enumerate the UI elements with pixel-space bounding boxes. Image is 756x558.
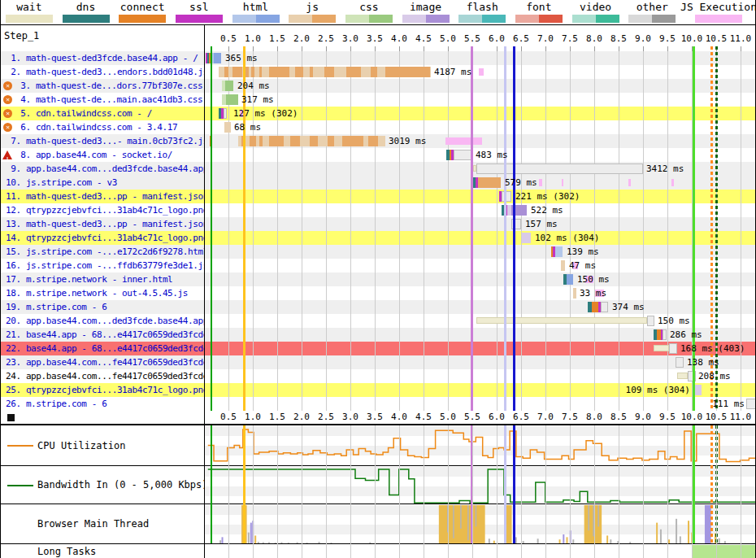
request-bar-segment[interactable] <box>259 136 263 146</box>
request-url-label: 26. m.stripe.com - 6 <box>6 397 106 411</box>
request-bar-segment[interactable] <box>224 122 231 133</box>
request-row[interactable]: ✕ 6. cdn.tailwindcss.com - 3.4.17 <box>1 120 204 134</box>
request-bar-segment[interactable] <box>346 67 361 77</box>
request-duration-label: 365 ms <box>225 51 258 65</box>
request-duration-label: 286 ms <box>670 328 702 342</box>
request-row[interactable]: 1. math-quest-ded3fcde.base44.app - / <box>1 51 204 65</box>
request-bar-segment[interactable] <box>522 233 531 243</box>
request-bar-segment[interactable] <box>328 136 334 146</box>
request-bar-segment[interactable] <box>324 67 334 77</box>
axis-tick-mark <box>326 46 327 51</box>
request-bar-segment[interactable] <box>232 67 242 77</box>
request-row[interactable]: 23. app.base44.com...fe4417c0659ded3fcde <box>1 355 204 369</box>
request-row[interactable]: ✕ 4. math-quest-de...main.aac41db3.css <box>1 93 204 107</box>
request-bar-segment[interactable] <box>476 317 647 324</box>
request-row[interactable]: ✕ 3. math-quest-de...dors.77bf307e.css <box>1 79 204 93</box>
legend-item-label: dns <box>76 2 95 13</box>
request-bar-segment[interactable] <box>371 67 377 77</box>
request-bar-segment[interactable] <box>251 67 254 77</box>
request-row[interactable]: 2. math-quest-ded3...endors.bdd01d48.js <box>1 65 204 79</box>
request-row[interactable]: 11. math-quest-ded3...pp - manifest.json <box>1 190 204 203</box>
request-row[interactable]: 22. base44.app - 68...e4417c0659ded3fcde <box>1 342 204 355</box>
waterfall-row-stripe <box>205 355 756 369</box>
request-row[interactable]: 15. js.stripe.com -...e172c2d6f9278.html <box>1 245 204 259</box>
request-row[interactable]: 21. base44.app - 68...e4417c0659ded3fcde <box>1 328 204 342</box>
request-bar-segment[interactable] <box>478 177 501 188</box>
request-bar-segment[interactable] <box>677 373 688 379</box>
request-row[interactable]: 13. math-quest-ded3...pp - manifest.json <box>1 217 204 231</box>
request-bar-segment[interactable] <box>310 67 313 77</box>
request-bar-segment[interactable] <box>663 329 667 340</box>
request-bar-segment[interactable] <box>676 357 684 368</box>
request-bar-segment[interactable] <box>385 67 430 77</box>
request-bar-segment[interactable] <box>269 136 284 146</box>
request-row[interactable]: 10. js.stripe.com - v3 <box>1 176 204 190</box>
waterfall-row-stripe <box>205 190 756 203</box>
request-bar-segment[interactable] <box>592 302 598 312</box>
request-row[interactable]: 18. m.stripe.network - out-4.5.45.js <box>1 286 204 300</box>
request-row[interactable]: 19. m.stripe.com - 6 <box>1 300 204 314</box>
warning-triangle-icon: ! <box>2 150 12 159</box>
request-url-label: 15. js.stripe.com -...e172c2d6f9278.html <box>6 245 204 259</box>
request-url-label: 5. cdn.tailwindcss.com - / <box>15 107 152 120</box>
grid-line <box>302 46 302 411</box>
axis-tick-label: 11.0 <box>726 412 755 422</box>
request-url-label: 19. m.stripe.com - 6 <box>6 300 106 314</box>
request-row[interactable]: 9. app.base44.com...ded3fcde.base44.app <box>1 162 204 176</box>
request-duration-label: 68 ms <box>234 120 261 134</box>
request-bar-segment[interactable] <box>454 150 472 160</box>
legend-color-swatch <box>628 15 676 23</box>
request-bar-segment[interactable] <box>269 67 289 77</box>
legend-item-js: js <box>284 0 341 24</box>
long-task-block <box>693 545 755 558</box>
request-url-label: 16. js.stripe.com -...ffdb63779fe3de1.js <box>6 259 204 272</box>
panel-divider <box>204 425 205 558</box>
request-url-label: 10. js.stripe.com - v3 <box>6 176 117 190</box>
request-bar-segment[interactable] <box>250 136 256 146</box>
request-row[interactable]: 20. app.base44.com...ded3fcde.base44.app <box>1 314 204 328</box>
axis-tick-mark <box>643 46 644 51</box>
request-row[interactable]: 16. js.stripe.com -...ffdb63779fe3de1.js <box>1 259 204 272</box>
request-bar-segment[interactable] <box>647 316 654 326</box>
request-url-label: 17. m.stripe.network - inner.html <box>6 272 172 286</box>
request-url-label: 24. app.base44.com...fe4417c0659ded3fcde <box>6 369 204 383</box>
request-bar-segment[interactable] <box>295 67 303 77</box>
legend-color-swatch <box>119 15 166 23</box>
request-bar-segment[interactable] <box>561 260 565 271</box>
request-row[interactable]: 7. math-quest-ded3...- main.0cb73fc2.js <box>1 134 204 148</box>
request-bar-segment[interactable] <box>555 246 563 257</box>
request-row[interactable]: 14. qtrypzzcjebvfci...31ab4c71c_logo.png <box>1 231 204 245</box>
request-bar-segment[interactable] <box>342 136 363 146</box>
request-bar-segment[interactable] <box>669 343 677 354</box>
request-bar-segment[interactable] <box>476 163 643 174</box>
request-bar-segment[interactable] <box>259 67 262 77</box>
request-row[interactable]: ! 8. app.base44.com - socket.io/ <box>1 148 204 162</box>
request-bar-segment[interactable] <box>746 399 756 409</box>
legend-item-video: video <box>567 0 624 24</box>
request-bar-segment[interactable] <box>573 288 576 299</box>
request-bar-segment[interactable] <box>225 81 233 91</box>
request-bar-segment[interactable] <box>214 53 221 63</box>
axis-tick-mark <box>277 46 278 51</box>
request-row[interactable]: ✕ 5. cdn.tailwindcss.com - / <box>1 107 204 120</box>
request-bar-segment[interactable] <box>502 191 511 202</box>
request-row[interactable]: 25. qtrypzzcjebvfci...31ab4c71c_logo.png <box>1 383 204 397</box>
request-row[interactable]: 24. app.base44.com...fe4417c0659ded3fcde <box>1 369 204 383</box>
request-bar-segment[interactable] <box>310 136 318 146</box>
request-bar-segment[interactable] <box>567 274 573 285</box>
axis-tick-label: 11.0 <box>726 33 755 44</box>
axis-tick-mark <box>497 46 497 51</box>
request-row[interactable]: 17. m.stripe.network - inner.html <box>1 272 204 286</box>
request-bar-segment[interactable] <box>601 302 608 312</box>
request-bar-segment[interactable] <box>226 94 238 105</box>
grid-line <box>277 425 278 558</box>
grid-line <box>692 425 693 558</box>
request-bar-segment[interactable] <box>224 67 228 77</box>
request-bar-segment[interactable] <box>654 345 669 351</box>
request-row[interactable]: 26. m.stripe.com - 6 <box>1 397 204 411</box>
request-bar-segment[interactable] <box>224 108 227 119</box>
request-bar-segment[interactable] <box>290 136 300 146</box>
request-bar-segment[interactable] <box>368 136 378 146</box>
request-row[interactable]: 12. qtrypzzcjebvfci...31ab4c71c_logo.png <box>1 203 204 217</box>
request-duration-label: 33 ms <box>580 286 606 300</box>
